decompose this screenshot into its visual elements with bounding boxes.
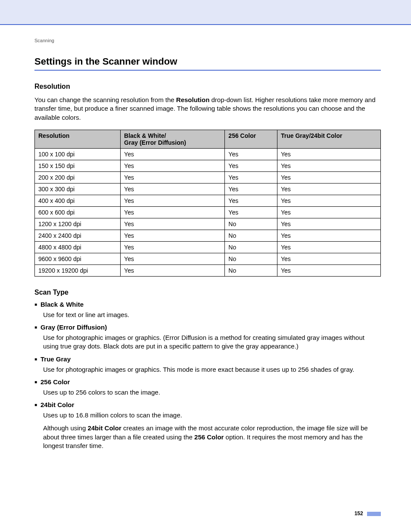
table-cell: 150 x 150 dpi — [35, 160, 121, 171]
table-row: 100 x 100 dpiYesYesYes — [35, 148, 381, 160]
table-cell: Yes — [121, 160, 225, 171]
scan-type-title: Gray (Error Diffusion) — [34, 324, 381, 331]
table-cell: No — [225, 241, 277, 253]
text: Gray (Error Diffusion) — [124, 139, 186, 146]
scan-type-item: True GrayUse for photographic images or … — [34, 355, 381, 374]
scan-type-desc: Use for text or line art images. — [34, 311, 381, 319]
text-bold: Resolution — [176, 96, 210, 103]
table-cell: Yes — [121, 253, 225, 264]
scan-type-item: Gray (Error Diffusion)Use for photograph… — [34, 324, 381, 351]
table-cell: Yes — [121, 218, 225, 230]
scan-type-desc: Uses up to 256 colors to scan the image. — [34, 388, 381, 397]
scan-type-desc2: Although using 24bit Color creates an im… — [34, 424, 381, 450]
footer-bar — [367, 512, 381, 516]
table-cell: 400 x 400 dpi — [35, 195, 121, 206]
table-cell: No — [225, 230, 277, 241]
table-cell: Yes — [277, 195, 381, 206]
scan-type-title: 24bit Color — [34, 401, 381, 408]
table-row: 300 x 300 dpiYesYesYes — [35, 183, 381, 195]
table-cell: No — [225, 253, 277, 264]
table-cell: Yes — [121, 206, 225, 218]
scan-type-desc: Uses up to 16.8 million colors to scan t… — [34, 411, 381, 420]
scan-type-heading: Scan Type — [34, 289, 381, 296]
table-cell: Yes — [277, 241, 381, 253]
title-underline — [34, 70, 381, 71]
table-cell: Yes — [277, 160, 381, 171]
table-cell: 600 x 600 dpi — [35, 206, 121, 218]
table-cell: Yes — [277, 218, 381, 230]
text: Although using — [43, 424, 87, 432]
table-cell: Yes — [121, 264, 225, 276]
table-cell: 4800 x 4800 dpi — [35, 241, 121, 253]
table-cell: Yes — [277, 183, 381, 195]
text: You can change the scanning resolution f… — [34, 96, 176, 103]
table-cell: Yes — [121, 183, 225, 195]
scan-type-item: 24bit ColorUses up to 16.8 million color… — [34, 401, 381, 450]
table-cell: 2400 x 2400 dpi — [35, 230, 121, 241]
table-cell: Yes — [121, 171, 225, 183]
th-bw-gray: Black & White/ Gray (Error Diffusion) — [121, 130, 225, 148]
table-cell: Yes — [225, 195, 277, 206]
resolution-intro: You can change the scanning resolution f… — [34, 96, 381, 122]
scan-type-title: True Gray — [34, 355, 381, 363]
text: 24bit Color — [87, 424, 121, 432]
resolution-heading: Resolution — [34, 83, 381, 90]
page-number: 152 — [355, 510, 363, 516]
table-cell: Yes — [225, 148, 277, 160]
page-footer: 152 — [34, 510, 381, 516]
header-bar — [0, 0, 411, 25]
table-row: 400 x 400 dpiYesYesYes — [35, 195, 381, 206]
table-row: 1200 x 1200 dpiYesNoYes — [35, 218, 381, 230]
table-cell: 19200 x 19200 dpi — [35, 264, 121, 276]
resolution-table: Resolution Black & White/ Gray (Error Di… — [34, 130, 381, 277]
table-cell: Yes — [277, 206, 381, 218]
table-cell: Yes — [121, 195, 225, 206]
table-cell: Yes — [225, 160, 277, 171]
table-cell: 200 x 200 dpi — [35, 171, 121, 183]
section-title: Settings in the Scanner window — [34, 56, 381, 67]
th-resolution: Resolution — [35, 130, 121, 148]
table-cell: Yes — [121, 148, 225, 160]
table-row: 9600 x 9600 dpiYesNoYes — [35, 253, 381, 264]
table-row: 2400 x 2400 dpiYesNoYes — [35, 230, 381, 241]
table-cell: 300 x 300 dpi — [35, 183, 121, 195]
text: 256 Color — [194, 433, 224, 441]
table-cell: Yes — [225, 206, 277, 218]
table-cell: Yes — [121, 230, 225, 241]
table-cell: Yes — [121, 241, 225, 253]
table-cell: 100 x 100 dpi — [35, 148, 121, 160]
breadcrumb: Scanning — [34, 38, 381, 43]
th-truegray: True Gray/24bit Color — [277, 130, 381, 148]
table-cell: Yes — [225, 171, 277, 183]
scan-type-item: Black & WhiteUse for text or line art im… — [34, 301, 381, 319]
page-body: Scanning Settings in the Scanner window … — [0, 25, 411, 532]
table-row: 19200 x 19200 dpiYesNoYes — [35, 264, 381, 276]
table-cell: Yes — [277, 253, 381, 264]
table-header-row: Resolution Black & White/ Gray (Error Di… — [35, 130, 381, 148]
table-row: 600 x 600 dpiYesYesYes — [35, 206, 381, 218]
table-cell: Yes — [277, 264, 381, 276]
table-cell: Yes — [277, 230, 381, 241]
table-cell: No — [225, 264, 277, 276]
scan-type-title: Black & White — [34, 301, 381, 308]
scan-type-section: Scan Type Black & WhiteUse for text or l… — [34, 289, 381, 450]
table-cell: No — [225, 218, 277, 230]
table-row: 150 x 150 dpiYesYesYes — [35, 160, 381, 171]
text: Black & White/ — [124, 132, 166, 139]
table-cell: 1200 x 1200 dpi — [35, 218, 121, 230]
scan-type-item: 256 ColorUses up to 256 colors to scan t… — [34, 378, 381, 397]
scan-type-desc: Use for photographic images or graphics.… — [34, 333, 381, 351]
table-cell: Yes — [277, 148, 381, 160]
th-256: 256 Color — [225, 130, 277, 148]
table-row: 200 x 200 dpiYesYesYes — [35, 171, 381, 183]
scan-type-title: 256 Color — [34, 378, 381, 386]
table-cell: Yes — [225, 183, 277, 195]
table-cell: 9600 x 9600 dpi — [35, 253, 121, 264]
table-row: 4800 x 4800 dpiYesNoYes — [35, 241, 381, 253]
table-cell: Yes — [277, 171, 381, 183]
scan-type-desc: Use for photographic images or graphics.… — [34, 365, 381, 374]
